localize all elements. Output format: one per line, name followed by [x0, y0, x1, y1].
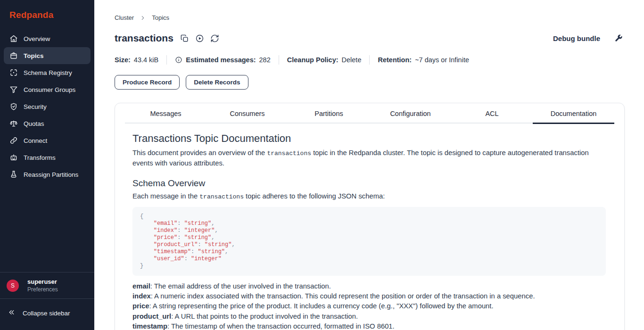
json-schema-code-block: { "email": "string", "index": "integer",…	[132, 207, 606, 276]
sidebar-item-label: Security	[24, 103, 47, 110]
page-title: transactions	[115, 33, 173, 44]
tab-documentation[interactable]: Documentation	[533, 104, 614, 124]
doc-intro: This document provides an overview of th…	[132, 148, 606, 168]
user-section[interactable]: S superuser Preferences	[0, 272, 94, 298]
inline-code: transactions	[199, 193, 244, 200]
tab-bar: MessagesConsumersPartitionsConfiguration…	[125, 104, 614, 124]
documentation-panel: Transactions Topic Documentation This do…	[115, 124, 624, 330]
app-window: Redpanda OverviewTopicsSchema RegistryCo…	[0, 0, 644, 330]
refresh-button[interactable]	[210, 34, 219, 43]
sidebar-item-consumer-groups[interactable]: Consumer Groups	[4, 81, 91, 98]
sidebar-item-label: Reassign Partitions	[24, 171, 78, 178]
stat-divider	[369, 55, 370, 65]
sidebar-item-reassign-partitions[interactable]: Reassign Partitions	[4, 166, 91, 183]
sidebar-item-topics[interactable]: Topics	[4, 47, 91, 64]
sidebar-item-security[interactable]: Security	[4, 98, 91, 115]
tab-partitions[interactable]: Partitions	[288, 104, 370, 124]
info-icon	[175, 56, 182, 64]
sidebar-nav: OverviewTopicsSchema RegistryConsumer Gr…	[0, 30, 94, 183]
stat-divider	[279, 55, 279, 65]
collapse-sidebar-button[interactable]: Collapse sidebar	[0, 298, 94, 330]
stat-size-: Size:43.4 kiB	[115, 56, 158, 64]
home-icon	[9, 34, 18, 43]
sidebar-item-schema-registry[interactable]: Schema Registry	[4, 64, 91, 81]
breadcrumb-item-topics[interactable]: Topics	[152, 14, 169, 21]
stat-divider	[166, 55, 167, 65]
schema-intro: Each message in the transactions topic a…	[132, 191, 606, 202]
link-icon	[9, 136, 18, 145]
delete-records-button[interactable]: Delete Records	[186, 75, 248, 90]
shield-check-icon	[9, 102, 18, 111]
sidebar-item-label: Transforms	[24, 154, 56, 161]
breadcrumb: ClusterTopics	[115, 14, 625, 21]
field-description-timestamp: timestamp: The timestamp of when the tra…	[132, 322, 606, 330]
sidebar: Redpanda OverviewTopicsSchema RegistryCo…	[0, 0, 94, 330]
user-name: superuser	[27, 278, 58, 285]
topic-actions: Produce Record Delete Records	[115, 75, 625, 90]
scales-icon	[9, 119, 18, 128]
copy-topic-name-button[interactable]	[180, 34, 189, 43]
sidebar-item-label: Overview	[24, 35, 50, 42]
topic-card: MessagesConsumersPartitionsConfiguration…	[115, 103, 625, 330]
sidebar-spacer	[0, 183, 94, 272]
chevron-right-icon	[140, 15, 146, 21]
sidebar-item-label: Schema Registry	[24, 69, 72, 76]
collapse-sidebar-label: Collapse sidebar	[23, 310, 70, 317]
flask-icon	[9, 170, 18, 179]
inline-code: transactions	[267, 150, 311, 157]
stat-retention-: Retention:~7 days or Infinite	[378, 56, 469, 64]
sidebar-item-label: Connect	[24, 137, 47, 144]
topics-icon	[9, 51, 18, 60]
schema-overview-heading: Schema Overview	[132, 178, 606, 189]
sidebar-item-label: Topics	[24, 52, 44, 59]
sidebar-item-transforms[interactable]: Transforms	[4, 149, 91, 166]
field-description-index: index: A numeric index associated with t…	[132, 291, 606, 301]
sidebar-item-label: Quotas	[24, 120, 44, 127]
debug-bundle-link[interactable]: Debug bundle	[553, 34, 600, 42]
stat-cleanup-policy-: Cleanup Policy:Delete	[287, 56, 362, 64]
doc-title: Transactions Topic Documentation	[132, 132, 606, 145]
field-description-email: email: The email address of the user inv…	[132, 281, 606, 291]
sidebar-item-overview[interactable]: Overview	[4, 30, 91, 47]
sidebar-item-quotas[interactable]: Quotas	[4, 115, 91, 132]
stat-estimated-messages-: Estimated messages:282	[175, 56, 271, 64]
funnel-icon	[9, 85, 18, 94]
chevrons-left-icon	[8, 308, 16, 318]
sidebar-item-connect[interactable]: Connect	[4, 132, 91, 149]
avatar: S	[7, 280, 19, 292]
wrench-icon[interactable]	[614, 34, 623, 42]
tab-configuration[interactable]: Configuration	[370, 104, 451, 124]
field-descriptions: email: The email address of the user inv…	[132, 281, 606, 330]
redpanda-logo[interactable]: Redpanda	[0, 0, 94, 30]
produce-record-button[interactable]: Produce Record	[115, 75, 180, 90]
main-content: ClusterTopics transactions Debug bundle …	[94, 0, 644, 330]
preferences-link[interactable]: Preferences	[27, 286, 58, 293]
tab-messages[interactable]: Messages	[125, 104, 206, 124]
field-description-price: price: A string representing the price o…	[132, 301, 606, 311]
topic-stats: Size:43.4 kiBEstimated messages:282Clean…	[115, 55, 625, 65]
breadcrumb-item-cluster[interactable]: Cluster	[115, 14, 134, 21]
tab-consumers[interactable]: Consumers	[206, 104, 288, 124]
sidebar-item-label: Consumer Groups	[24, 86, 75, 93]
schema-registry-icon	[9, 68, 18, 77]
topic-header: transactions Debug bundle	[115, 33, 625, 44]
play-circle-button[interactable]	[195, 34, 204, 43]
robot-icon	[9, 153, 18, 162]
tab-acl[interactable]: ACL	[451, 104, 533, 124]
field-description-product-url: product_url: A URL that points to the pr…	[132, 312, 606, 322]
